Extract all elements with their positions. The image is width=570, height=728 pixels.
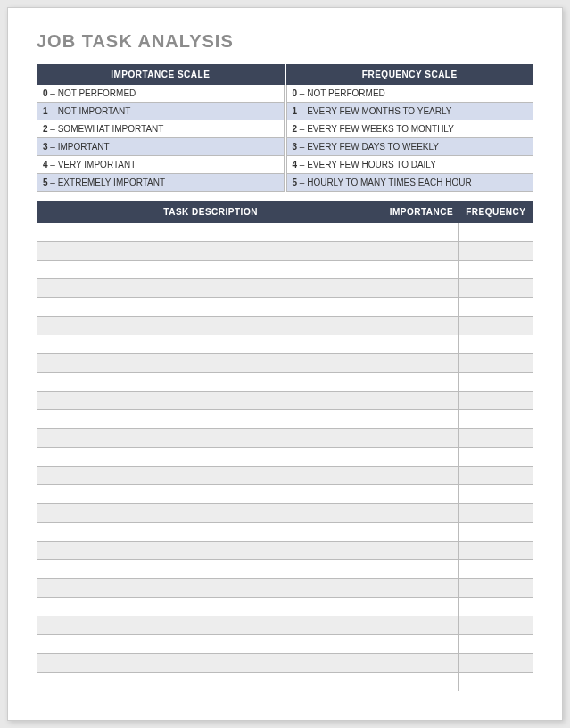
task-cell-imp[interactable] bbox=[384, 485, 458, 504]
task-cell-imp[interactable] bbox=[384, 448, 458, 467]
task-cell-desc[interactable] bbox=[37, 485, 384, 504]
importance-scale-header: IMPORTANCE SCALE bbox=[37, 65, 285, 85]
task-cell-desc[interactable] bbox=[37, 467, 384, 485]
document-page: JOB TASK ANALYSIS IMPORTANCE SCALE 0 – N… bbox=[7, 7, 563, 721]
task-cell-desc[interactable] bbox=[37, 673, 384, 691]
task-cell-freq[interactable] bbox=[458, 392, 533, 410]
importance-scale-cell: 2 – SOMEWHAT IMPORTANT bbox=[37, 120, 285, 138]
task-cell-desc[interactable] bbox=[37, 579, 384, 598]
task-cell-imp[interactable] bbox=[384, 429, 458, 448]
task-table-body bbox=[37, 223, 533, 691]
task-cell-imp[interactable] bbox=[384, 298, 458, 317]
task-cell-desc[interactable] bbox=[37, 242, 384, 261]
task-cell-imp[interactable] bbox=[384, 223, 458, 242]
task-cell-desc[interactable] bbox=[37, 373, 384, 392]
task-cell-freq[interactable] bbox=[458, 261, 533, 279]
task-cell-desc[interactable] bbox=[37, 392, 384, 410]
task-cell-freq[interactable] bbox=[458, 448, 533, 467]
frequency-scale-cell: 5 – HOURLY TO MANY TIMES EACH HOUR bbox=[286, 174, 533, 192]
frequency-scale-cell: 2 – EVERY FEW WEEKS TO MONTHLY bbox=[286, 120, 533, 138]
task-cell-freq[interactable] bbox=[458, 279, 533, 298]
task-cell-freq[interactable] bbox=[458, 523, 533, 542]
task-cell-freq[interactable] bbox=[458, 242, 533, 261]
task-cell-imp[interactable] bbox=[384, 261, 458, 279]
task-cell-imp[interactable] bbox=[384, 317, 458, 335]
task-cell-freq[interactable] bbox=[458, 504, 533, 523]
task-cell-freq[interactable] bbox=[458, 410, 533, 429]
task-cell-desc[interactable] bbox=[37, 635, 384, 654]
frequency-scale-cell: 0 – NOT PERFORMED bbox=[286, 85, 533, 103]
task-row bbox=[37, 298, 533, 317]
task-cell-desc[interactable] bbox=[37, 261, 384, 279]
task-cell-freq[interactable] bbox=[458, 542, 533, 560]
scale-label: – IMPORTANT bbox=[48, 142, 110, 152]
task-cell-desc[interactable] bbox=[37, 448, 384, 467]
task-cell-imp[interactable] bbox=[384, 542, 458, 560]
task-cell-desc[interactable] bbox=[37, 279, 384, 298]
task-cell-freq[interactable] bbox=[458, 635, 533, 654]
task-cell-freq[interactable] bbox=[458, 223, 533, 242]
task-cell-desc[interactable] bbox=[37, 298, 384, 317]
task-cell-desc[interactable] bbox=[37, 317, 384, 335]
task-cell-imp[interactable] bbox=[384, 354, 458, 373]
task-cell-desc[interactable] bbox=[37, 560, 384, 579]
task-cell-desc[interactable] bbox=[37, 429, 384, 448]
importance-scale-cell: 0 – NOT PERFORMED bbox=[37, 85, 285, 103]
task-cell-freq[interactable] bbox=[458, 467, 533, 485]
importance-scale-row: 3 – IMPORTANT bbox=[37, 138, 285, 156]
task-row bbox=[37, 335, 533, 354]
task-cell-imp[interactable] bbox=[384, 410, 458, 429]
task-cell-imp[interactable] bbox=[384, 523, 458, 542]
importance-scale-body: 0 – NOT PERFORMED1 – NOT IMPORTANT2 – SO… bbox=[37, 85, 285, 192]
task-cell-imp[interactable] bbox=[384, 579, 458, 598]
task-cell-freq[interactable] bbox=[458, 598, 533, 616]
task-row bbox=[37, 654, 533, 673]
task-cell-freq[interactable] bbox=[458, 654, 533, 673]
task-cell-desc[interactable] bbox=[37, 354, 384, 373]
task-row bbox=[37, 448, 533, 467]
task-row bbox=[37, 242, 533, 261]
scale-label: – EVERY FEW DAYS TO WEEKLY bbox=[297, 142, 439, 152]
task-cell-imp[interactable] bbox=[384, 598, 458, 616]
task-cell-desc[interactable] bbox=[37, 598, 384, 616]
task-cell-imp[interactable] bbox=[384, 242, 458, 261]
task-cell-imp[interactable] bbox=[384, 616, 458, 635]
task-cell-freq[interactable] bbox=[458, 673, 533, 691]
task-cell-desc[interactable] bbox=[37, 223, 384, 242]
task-cell-desc[interactable] bbox=[37, 523, 384, 542]
task-row bbox=[37, 317, 533, 335]
task-cell-freq[interactable] bbox=[458, 485, 533, 504]
task-cell-imp[interactable] bbox=[384, 335, 458, 354]
task-cell-freq[interactable] bbox=[458, 373, 533, 392]
task-cell-freq[interactable] bbox=[458, 429, 533, 448]
task-cell-freq[interactable] bbox=[458, 579, 533, 598]
task-cell-imp[interactable] bbox=[384, 654, 458, 673]
task-row bbox=[37, 485, 533, 504]
task-cell-desc[interactable] bbox=[37, 616, 384, 635]
task-cell-imp[interactable] bbox=[384, 279, 458, 298]
task-cell-freq[interactable] bbox=[458, 354, 533, 373]
task-row bbox=[37, 373, 533, 392]
task-cell-freq[interactable] bbox=[458, 298, 533, 317]
task-cell-desc[interactable] bbox=[37, 335, 384, 354]
task-cell-freq[interactable] bbox=[458, 560, 533, 579]
task-cell-freq[interactable] bbox=[458, 317, 533, 335]
task-cell-desc[interactable] bbox=[37, 410, 384, 429]
scale-label: – EVERY FEW WEEKS TO MONTHLY bbox=[297, 124, 454, 134]
task-cell-imp[interactable] bbox=[384, 392, 458, 410]
task-cell-imp[interactable] bbox=[384, 560, 458, 579]
task-cell-imp[interactable] bbox=[384, 673, 458, 691]
task-cell-imp[interactable] bbox=[384, 467, 458, 485]
frequency-scale-row: 3 – EVERY FEW DAYS TO WEEKLY bbox=[286, 138, 533, 156]
task-row bbox=[37, 392, 533, 410]
task-cell-imp[interactable] bbox=[384, 504, 458, 523]
task-cell-imp[interactable] bbox=[384, 373, 458, 392]
task-row bbox=[37, 542, 533, 560]
task-cell-imp[interactable] bbox=[384, 635, 458, 654]
task-cell-desc[interactable] bbox=[37, 504, 384, 523]
task-cell-desc[interactable] bbox=[37, 542, 384, 560]
task-cell-freq[interactable] bbox=[458, 616, 533, 635]
scale-label: – EVERY FEW MONTHS TO YEARLY bbox=[297, 106, 451, 116]
task-cell-freq[interactable] bbox=[458, 335, 533, 354]
task-cell-desc[interactable] bbox=[37, 654, 384, 673]
